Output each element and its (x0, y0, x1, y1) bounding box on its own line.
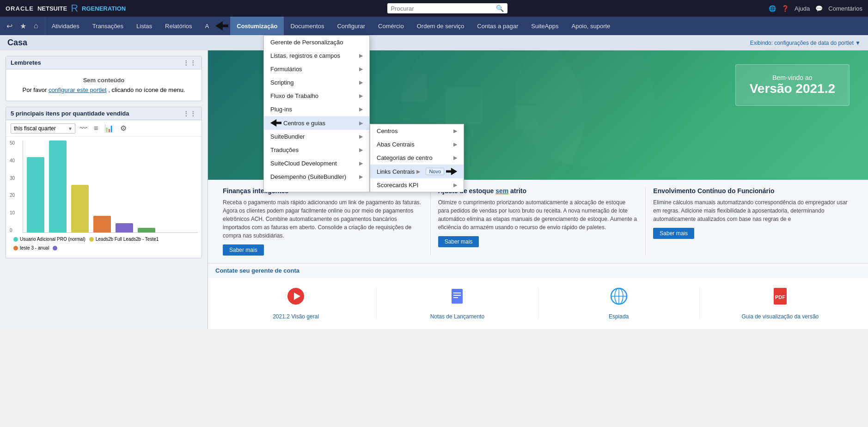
bar-2 (49, 140, 67, 232)
feature-1-button[interactable]: Saber mais (223, 244, 264, 256)
menu-scripting[interactable]: Scripting ▶ (264, 76, 369, 89)
menu-plugins[interactable]: Plug-ins ▶ (264, 103, 369, 116)
search-input[interactable] (391, 5, 496, 12)
resource-2-label[interactable]: Notas de Lançamento (430, 313, 484, 320)
nav-arrow-indicator (215, 17, 230, 35)
chart-filter-icon[interactable]: ≡ (92, 123, 100, 134)
bar-1 (27, 157, 44, 232)
feature-3: Envolvimento Contínuo do Funcionário Eli… (646, 187, 861, 256)
comments-icon[interactable]: 💬 (815, 5, 823, 12)
comments-label[interactable]: Comentários (828, 5, 862, 12)
feature-2-text: Otimize o cumprimento priorizando automa… (438, 198, 638, 232)
resource-doc-icon (448, 287, 466, 305)
resources-row: 2021.2 Visão geral Notas de Lançamento (208, 278, 868, 329)
chevron-centros: ▶ (359, 120, 363, 126)
chart-body: 50 40 30 20 10 0 (6, 137, 202, 258)
home-icon[interactable]: ⌂ (31, 20, 41, 32)
menu-listas[interactable]: Listas, registros e campos ▶ (264, 49, 369, 62)
legend-dot-3 (13, 246, 18, 250)
svg-text:PDF: PDF (775, 294, 785, 300)
chevron-suitecloud: ▶ (359, 160, 363, 166)
submenu-abas[interactable]: Abas Centrais ▶ (370, 138, 464, 151)
lembretes-menu-icon[interactable]: ⋮⋮ (183, 59, 197, 66)
search-button[interactable]: 🔍 (496, 5, 504, 12)
nav-apoio[interactable]: Apoio, suporte (565, 17, 617, 35)
left-panel: Lembretes ⋮⋮ Sem conteúdo Por favor conf… (0, 50, 208, 329)
submenu-links[interactable]: Links Centrais ▶ Novo (370, 165, 464, 178)
nav-transacoes[interactable]: Transações (86, 17, 130, 35)
resource-4-label[interactable]: Guia de visualização da versão (741, 313, 819, 320)
favorites-icon[interactable]: ★ (17, 20, 29, 32)
menu-centros[interactable]: Centros e guias ▶ (264, 116, 369, 130)
feature-1-text: Receba o pagamento mais rápido adicionan… (223, 198, 423, 240)
menu-fluxo[interactable]: Fluxo de Trabalho ▶ (264, 89, 369, 103)
submenu-scorecards[interactable]: Scorecards KPI ▶ (370, 178, 464, 192)
globe-icon[interactable]: 🌐 (769, 5, 776, 12)
nav-configurar[interactable]: Configurar (330, 17, 372, 35)
nav-atividades[interactable]: Atividades (45, 17, 86, 35)
resource-play-icon (287, 287, 305, 305)
nav-costumizacao[interactable]: Costumização (230, 17, 284, 35)
chevron-formularios: ▶ (359, 66, 363, 72)
chevron-scorecards: ▶ (453, 182, 457, 188)
nav-suiteapps[interactable]: SuiteApps (525, 17, 565, 35)
resource-4: PDF Guia de visualização da versão (700, 287, 861, 320)
nav-arrow (215, 21, 228, 30)
configure-link[interactable]: configurar este portlet (49, 86, 107, 93)
bar-4 (93, 216, 111, 232)
banner-version: Versão 2021.2 (750, 81, 835, 96)
feature-3-button[interactable]: Saber mais (653, 228, 694, 239)
contact-link[interactable]: Contate seu gerente de conta (215, 267, 300, 274)
search-bar: 🔍 (387, 3, 507, 13)
nav-relatorios[interactable]: Relatórios (159, 17, 199, 35)
nav-listas[interactable]: Listas (130, 17, 159, 35)
banner-welcome-text: Bem-vindo ao (750, 74, 835, 81)
svg-rect-4 (515, 106, 538, 129)
chart-title: 5 principais itens por quantidade vendid… (11, 110, 129, 117)
menu-desempenho[interactable]: Desempenho (SuiteBundler) ▶ (264, 170, 369, 183)
chevron-centros-sub: ▶ (453, 128, 457, 134)
svg-rect-7 (452, 289, 463, 304)
resource-3-label[interactable]: Espiada (609, 313, 629, 320)
submenu-centros[interactable]: Centros ▶ (370, 124, 464, 138)
submenu-categorias[interactable]: Categorias de centro ▶ (370, 151, 464, 165)
menu-formularios[interactable]: Formulários ▶ (264, 62, 369, 76)
feature-2-button[interactable]: Saber mais (438, 236, 479, 247)
menu-traducoes[interactable]: Traduções ▶ (264, 143, 369, 157)
nav-bar: ↩ ★ ⌂ Atividades Transações Listas Relat… (0, 17, 868, 35)
chart-filter-select[interactable]: this fiscal quarter (11, 123, 75, 134)
nav-a[interactable]: A (199, 17, 216, 35)
bars-container (23, 140, 198, 233)
menu-gerente[interactable]: Gerente de Personalização (264, 36, 369, 49)
lembretes-header: Lembretes ⋮⋮ (6, 56, 202, 69)
top-bar: ORACLE NETSUITE R RGENERATION 🔍 🌐 ❓ Ajud… (0, 0, 868, 17)
feature-1: Finanças inteligentes Receba o pagamento… (215, 187, 431, 256)
chart-line-icon[interactable]: 〰 (78, 123, 89, 134)
nav-documentos[interactable]: Documentos (284, 17, 330, 35)
lembretes-title: Lembretes (11, 59, 41, 66)
display-settings[interactable]: Exibindo: configurações de data do portl… (750, 40, 861, 46)
menu-suitecloud[interactable]: SuiteCloud Development ▶ (264, 157, 369, 170)
nav-ordem[interactable]: Ordem de serviço (410, 17, 471, 35)
chevron-categorias: ▶ (453, 155, 457, 161)
history-icon[interactable]: ↩ (4, 20, 15, 32)
centros-submenu: Centros ▶ Abas Centrais ▶ Categorias de … (370, 124, 464, 192)
help-label[interactable]: Ajuda (795, 5, 810, 12)
svg-rect-10 (453, 297, 458, 298)
chart-area: 50 40 30 20 10 0 (23, 140, 198, 233)
help-icon[interactable]: ❓ (782, 5, 789, 12)
resource-globe-icon (610, 287, 628, 305)
chart-menu-icon[interactable]: ⋮⋮ (183, 110, 197, 117)
chevron-links: ▶ (416, 169, 420, 175)
chart-bar-icon[interactable]: 📊 (103, 123, 116, 134)
resource-2: Notas de Lançamento (377, 287, 538, 320)
page-title: Casa (7, 38, 27, 48)
menu-suitebundler[interactable]: SuiteBundler ▶ (264, 130, 369, 143)
contact-row: Contate seu gerente de conta (208, 263, 868, 278)
nav-comercio[interactable]: Comércio (372, 17, 410, 35)
centros-arrow (270, 119, 281, 127)
chevron-fluxo: ▶ (359, 93, 363, 99)
chart-settings-icon[interactable]: ⚙ (118, 123, 128, 134)
nav-contas[interactable]: Contas a pagar (471, 17, 525, 35)
resource-1-label[interactable]: 2021.2 Visão geral (273, 313, 319, 320)
